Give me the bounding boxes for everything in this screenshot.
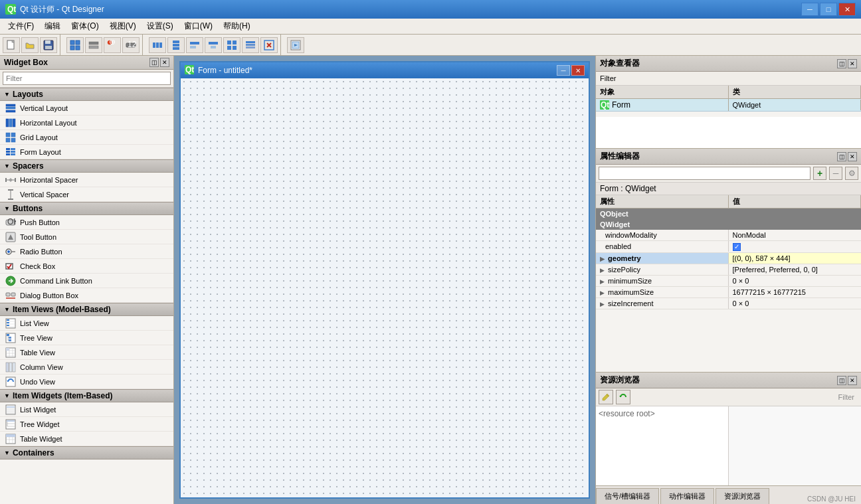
widget-list-view[interactable]: List View: [0, 316, 173, 331]
svg-rect-44: [6, 133, 10, 137]
horizontal-layout-icon: [5, 118, 16, 128]
resource-browser-undock[interactable]: ◫: [837, 376, 846, 385]
tab-signal-slot[interactable]: 信号/槽编辑器: [596, 488, 659, 504]
widget-undo-view[interactable]: Undo View: [0, 375, 173, 389]
resource-refresh-button[interactable]: [616, 390, 630, 404]
form-close-button[interactable]: ✕: [571, 65, 585, 76]
dialog-button-box-label: Dialog Button Box: [20, 292, 78, 299]
enabled-checkbox[interactable]: ✓: [733, 243, 741, 251]
toolbar-sep-2: [142, 35, 146, 55]
widget-list-widget[interactable]: List Widget: [0, 402, 173, 417]
toolbar-layout-h[interactable]: [149, 37, 166, 53]
tab-action-editor[interactable]: 动作编辑器: [660, 488, 714, 504]
form-window: Qt Form - untitled* ─ ✕: [179, 61, 590, 499]
prop-filter-input[interactable]: [599, 167, 811, 180]
prop-row-sizepolicy[interactable]: ▶ sizePolicy [Preferred, Preferred, 0, 0…: [596, 264, 861, 276]
menu-help[interactable]: 帮助(H): [218, 19, 256, 34]
widget-radio-button[interactable]: Radio Button: [0, 244, 173, 259]
widget-grid-layout[interactable]: Grid Layout: [0, 130, 173, 145]
form-minimize-button[interactable]: ─: [557, 65, 570, 76]
widget-tree-view[interactable]: Tree View: [0, 331, 173, 345]
widget-box-filter-input[interactable]: [3, 72, 171, 85]
menu-window[interactable]: 窗口(W): [179, 19, 218, 34]
category-spacers[interactable]: ▼ Spacers: [0, 159, 173, 173]
toolbar-layout-left[interactable]: [186, 37, 203, 53]
minimize-button[interactable]: ─: [801, 3, 818, 16]
svg-rect-5: [45, 46, 52, 49]
prop-row-minimumsize[interactable]: ▶ minimumSize 0 × 0: [596, 276, 861, 287]
prop-add-button[interactable]: +: [813, 167, 826, 180]
widget-vertical-spacer[interactable]: Vertical Spacer: [0, 187, 173, 202]
obj-inspector-close[interactable]: ✕: [848, 59, 857, 68]
widget-horizontal-layout[interactable]: Horizontal Layout: [0, 116, 173, 130]
toolbar-save[interactable]: [40, 37, 57, 53]
prop-value-sizeincrement: 0 × 0: [729, 298, 862, 309]
widget-box-undock[interactable]: ◫: [149, 58, 159, 67]
category-containers[interactable]: ▼ Containers: [0, 446, 173, 460]
prop-section-qobject: QObject: [596, 209, 861, 219]
toolbar-layout-center[interactable]: [205, 37, 222, 53]
prop-value-minimumsize: 0 × 0: [729, 276, 862, 286]
widget-table-widget[interactable]: Table Widget: [0, 432, 173, 446]
resource-edit-button[interactable]: [599, 390, 613, 404]
widget-form-layout[interactable]: Form Layout: [0, 145, 173, 159]
prop-row-geometry[interactable]: ▶ geometry [(0, 0), 587 × 444]: [596, 253, 861, 264]
maximize-button[interactable]: □: [820, 3, 837, 16]
category-item-widgets[interactable]: ▼ Item Widgets (Item-Based): [0, 389, 173, 402]
prop-config-button[interactable]: ⚙: [845, 167, 858, 180]
svg-rect-104: [8, 426, 15, 427]
category-arrow-containers: ▼: [4, 450, 10, 456]
prop-row-windowmodality[interactable]: windowModality NonModal: [596, 230, 861, 241]
widget-table-view[interactable]: Table View: [0, 345, 173, 360]
tab-resource-browser[interactable]: 资源浏览器: [716, 488, 769, 504]
toolbar-buddy-mode[interactable]: [85, 37, 102, 53]
prop-editor-undock[interactable]: ◫: [837, 152, 846, 161]
menu-edit[interactable]: 编辑: [39, 19, 66, 34]
widget-dialog-button-box[interactable]: Dialog Button Box: [0, 288, 173, 303]
category-layouts[interactable]: ▼ Layouts: [0, 88, 173, 101]
widget-command-link-button[interactable]: Command Link Button: [0, 274, 173, 288]
menu-form[interactable]: 窗体(O): [66, 19, 104, 34]
widget-tree-widget[interactable]: Tree Widget: [0, 417, 173, 432]
svg-rect-41: [6, 119, 9, 127]
menu-view[interactable]: 视图(V): [104, 19, 142, 34]
widget-vertical-layout[interactable]: Vertical Layout: [0, 101, 173, 116]
category-item-views[interactable]: ▼ Item Views (Model-Based): [0, 303, 173, 316]
widget-check-box[interactable]: Check Box: [0, 259, 173, 274]
menu-file[interactable]: 文件(F): [3, 19, 39, 34]
toolbar-break-layout[interactable]: [260, 37, 278, 53]
widget-horizontal-spacer[interactable]: Horizontal Spacer: [0, 173, 173, 187]
close-button[interactable]: ✕: [838, 3, 856, 16]
widget-push-button[interactable]: OK Push Button: [0, 215, 173, 230]
prop-row-enabled[interactable]: enabled ✓: [596, 241, 861, 253]
toolbar-widget-mode[interactable]: [66, 37, 84, 53]
obj-inspector-undock[interactable]: ◫: [837, 59, 846, 68]
toolbar-layout-v[interactable]: [167, 37, 185, 53]
command-link-button-icon: [5, 276, 16, 286]
widget-column-view[interactable]: Column View: [0, 360, 173, 375]
prop-value-windowmodality: NonModal: [729, 230, 862, 240]
category-buttons[interactable]: ▼ Buttons: [0, 202, 173, 215]
form-canvas[interactable]: [181, 78, 589, 497]
toolbar-tab-order[interactable]: ⊕: [104, 37, 121, 53]
list-view-label: List View: [20, 319, 49, 327]
widget-tool-button[interactable]: Tool Button: [0, 230, 173, 244]
toolbar-layout-grid[interactable]: [223, 37, 240, 53]
resource-preview: [729, 406, 862, 485]
toolbar-layout-form[interactable]: [242, 37, 259, 53]
toolbar-preview[interactable]: [287, 37, 304, 53]
widget-box-close[interactable]: ✕: [160, 58, 169, 67]
prop-editor-close[interactable]: ✕: [848, 152, 857, 161]
prop-remove-button[interactable]: ─: [829, 167, 842, 180]
check-box-label: Check Box: [20, 262, 55, 270]
obj-row-form[interactable]: Qt Form QWidget: [596, 99, 861, 112]
prop-row-maximumsize[interactable]: ▶ maximumSize 16777215 × 16777215: [596, 287, 861, 298]
toolbar-action[interactable]: 123: [122, 37, 140, 53]
prop-value-geometry: [(0, 0), 587 × 444]: [729, 253, 862, 264]
toolbar-open[interactable]: [21, 37, 39, 53]
menu-settings[interactable]: 设置(S): [142, 19, 179, 34]
resource-browser-close[interactable]: ✕: [848, 376, 857, 385]
grid-layout-label: Grid Layout: [20, 133, 58, 141]
toolbar-new[interactable]: [3, 37, 20, 53]
prop-row-sizeincrement[interactable]: ▶ sizeIncrement 0 × 0: [596, 298, 861, 309]
